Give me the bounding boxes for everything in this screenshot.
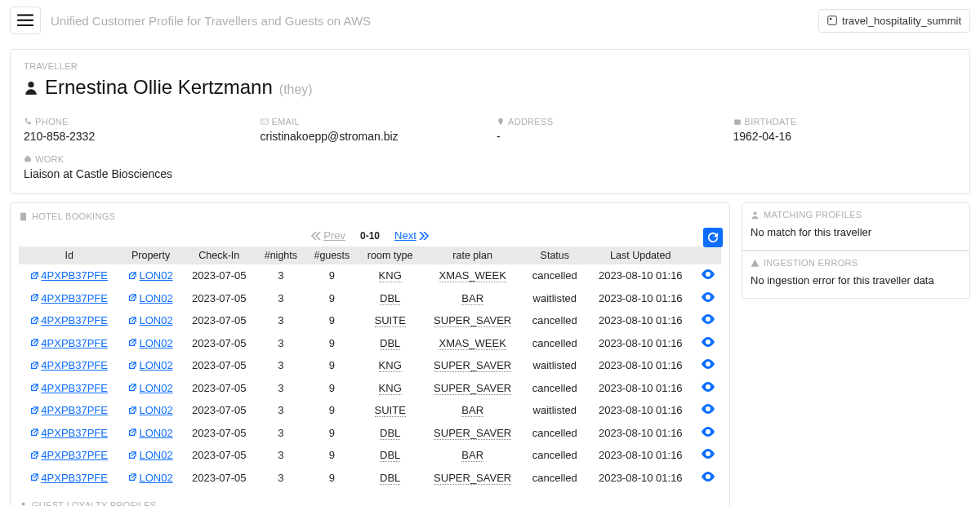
view-button[interactable] [702, 292, 715, 302]
rate-cell: BAR [422, 287, 523, 310]
view-button[interactable] [702, 472, 715, 482]
domain-select[interactable]: travel_hospitality_summit [818, 9, 970, 33]
pager-range: 0-10 [360, 230, 380, 242]
property-link[interactable]: LON02 [128, 337, 172, 349]
rate-cell: SUPER_SAVER [422, 422, 523, 445]
view-button[interactable] [702, 382, 715, 392]
property-link[interactable]: LON02 [128, 359, 172, 371]
status-cell: cancelled [523, 264, 586, 287]
rate-cell: SUPER_SAVER [422, 354, 523, 377]
view-button[interactable] [702, 269, 715, 279]
matching-profiles-title: MATCHING PROFILES [751, 210, 961, 220]
svg-rect-7 [734, 120, 741, 125]
svg-rect-2 [17, 24, 33, 26]
booking-id-link[interactable]: 4PXPB37PFE [30, 292, 108, 304]
checkin-cell: 2023-07-05 [182, 467, 256, 490]
email-value: cristinakoepp@stroman.biz [261, 130, 484, 143]
property-link[interactable]: LON02 [128, 404, 172, 416]
ingestion-errors-title: INGESTION ERRORS [751, 258, 961, 268]
status-cell: cancelled [523, 422, 586, 445]
pager-prev[interactable]: Prev [311, 229, 345, 242]
double-left-icon [311, 232, 321, 240]
booking-id-link[interactable]: 4PXPB37PFE [30, 472, 108, 484]
traveller-pronouns: (they) [279, 82, 313, 97]
table-column-header: Check-In [182, 246, 256, 264]
property-link[interactable]: LON02 [128, 427, 172, 439]
updated-cell: 2023-08-10 01:16 [586, 422, 695, 445]
updated-cell: 2023-08-10 01:16 [586, 287, 695, 310]
table-row: 4PXPB37PFELON022023-07-0539DBLBARcancell… [19, 444, 721, 467]
phone-icon [24, 118, 32, 126]
property-link[interactable]: LON02 [128, 269, 172, 282]
svg-point-12 [753, 211, 756, 215]
checkin-cell: 2023-07-05 [182, 309, 256, 332]
view-button[interactable] [702, 314, 715, 324]
room-cell: KNG [359, 264, 422, 287]
warning-icon [751, 259, 760, 268]
checkin-cell: 2023-07-05 [182, 399, 256, 422]
view-button[interactable] [702, 449, 715, 459]
guests-cell: 9 [305, 399, 358, 422]
booking-id-link[interactable]: 4PXPB37PFE [30, 269, 108, 282]
guests-cell: 9 [305, 444, 358, 467]
booking-id-link[interactable]: 4PXPB37PFE [30, 337, 108, 349]
property-link[interactable]: LON02 [128, 449, 172, 461]
phone-field: PHONE 210-858-2332 [24, 117, 247, 143]
ingestion-errors-text: No ingestion error for this traveller da… [751, 274, 961, 286]
table-column-header: Id [19, 246, 119, 264]
booking-id-link[interactable]: 4PXPB37PFE [30, 404, 108, 416]
svg-rect-4 [830, 18, 831, 20]
table-row: 4PXPB37PFELON022023-07-0539DBLSUPER_SAVE… [19, 422, 721, 445]
birthdate-icon [733, 118, 742, 126]
svg-rect-10 [20, 212, 26, 220]
nights-cell: 3 [256, 399, 305, 422]
domain-icon [827, 16, 837, 25]
work-value: Liaison at Castle Biosciences [24, 167, 956, 180]
hotel-bookings-title: HOTEL BOOKINGS [19, 211, 721, 221]
view-button[interactable] [702, 427, 715, 437]
menu-toggle[interactable] [10, 7, 41, 34]
updated-cell: 2023-08-10 01:16 [586, 264, 695, 287]
view-button[interactable] [702, 404, 715, 414]
nights-cell: 3 [256, 444, 305, 467]
status-cell: waitlisted [523, 399, 586, 422]
property-link[interactable]: LON02 [128, 472, 172, 484]
status-cell: cancelled [523, 332, 586, 355]
booking-id-link[interactable]: 4PXPB37PFE [30, 449, 108, 461]
booking-id-link[interactable]: 4PXPB37PFE [30, 359, 108, 371]
birthdate-field: BIRTHDATE 1962-04-16 [733, 117, 957, 143]
view-button[interactable] [702, 359, 715, 369]
email-field: EMAIL cristinakoepp@stroman.biz [261, 117, 484, 143]
status-cell: cancelled [523, 467, 586, 490]
rate-cell: BAR [422, 399, 523, 422]
svg-point-5 [28, 82, 33, 87]
room-cell: SUITE [359, 399, 422, 422]
table-column-header: #nights [256, 246, 305, 264]
hotel-bookings-card: HOTEL BOOKINGS Prev 0-10 Next [10, 202, 730, 506]
app-title: Unified Customer Profile for Travellers … [51, 14, 808, 28]
booking-id-link[interactable]: 4PXPB37PFE [30, 427, 108, 439]
nights-cell: 3 [256, 422, 305, 445]
status-cell: cancelled [523, 309, 586, 332]
checkin-cell: 2023-07-05 [182, 354, 256, 377]
pager-next[interactable]: Next [394, 229, 429, 242]
room-cell: DBL [359, 287, 422, 310]
domain-selected-text: travel_hospitality_summit [842, 15, 961, 27]
checkin-cell: 2023-07-05 [182, 264, 256, 287]
checkin-cell: 2023-07-05 [182, 444, 256, 467]
booking-id-link[interactable]: 4PXPB37PFE [30, 314, 108, 326]
booking-id-link[interactable]: 4PXPB37PFE [30, 382, 108, 394]
guests-cell: 9 [305, 467, 358, 490]
room-cell: KNG [359, 354, 422, 377]
property-link[interactable]: LON02 [128, 382, 172, 394]
table-row: 4PXPB37PFELON022023-07-0539DBLXMAS_WEEKc… [19, 332, 721, 355]
status-cell: waitlisted [523, 287, 586, 310]
view-button[interactable] [702, 337, 715, 347]
property-link[interactable]: LON02 [128, 314, 172, 326]
person-small-icon [751, 211, 760, 220]
rate-cell: XMAS_WEEK [422, 332, 523, 355]
work-field: WORK Liaison at Castle Biosciences [24, 154, 956, 180]
traveller-label: TRAVELLER [24, 61, 956, 71]
property-link[interactable]: LON02 [128, 292, 172, 304]
updated-cell: 2023-08-10 01:16 [586, 377, 695, 400]
